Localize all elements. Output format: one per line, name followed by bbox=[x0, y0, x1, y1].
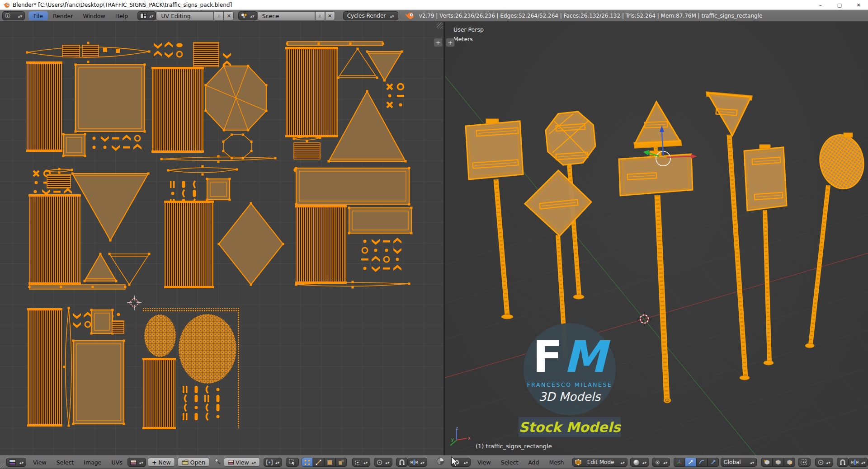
uv-vertex-mode-button[interactable] bbox=[302, 458, 313, 467]
uv-island-mode-button[interactable] bbox=[335, 458, 347, 467]
add-layout-button[interactable]: + bbox=[214, 11, 224, 20]
limit-select-group bbox=[761, 458, 795, 467]
image-icon bbox=[9, 460, 16, 465]
scene-field[interactable]: Scene bbox=[257, 11, 315, 20]
viewport-3d[interactable]: F M FRANCESCO MILANESE 3D Models Stock M… bbox=[445, 22, 868, 455]
close-scene-button[interactable]: ✕ bbox=[325, 11, 335, 20]
translate-manipulator-button[interactable] bbox=[685, 458, 696, 467]
uv-region-expand-tab[interactable]: + bbox=[434, 38, 443, 47]
render-ball-icon[interactable] bbox=[436, 457, 444, 467]
limit-face-button[interactable] bbox=[784, 458, 795, 467]
uv-proportional-select[interactable]: ▲▼ bbox=[374, 458, 392, 467]
screen-layout-icon-button[interactable]: ▲▼ bbox=[137, 11, 156, 20]
blender-window: Blender* [C:\Users\franc\Desktop\TRAFFIC… bbox=[0, 0, 868, 469]
viewport-unit-label: Meters bbox=[453, 36, 473, 42]
maximize-button[interactable]: ▢ bbox=[830, 0, 849, 10]
rotate-manipulator-button[interactable] bbox=[696, 458, 708, 467]
stepper-arrows: ▲▼ bbox=[363, 461, 368, 464]
uv-sync-icon bbox=[289, 459, 296, 465]
pivot-center-select[interactable]: ▲▼ bbox=[652, 458, 670, 467]
limit-vertex-icon bbox=[764, 459, 770, 465]
edge-mode-icon bbox=[316, 460, 321, 465]
close-button[interactable]: ✕ bbox=[849, 0, 868, 10]
view3d-menu-view[interactable]: View bbox=[472, 459, 496, 466]
menu-window[interactable]: Window bbox=[78, 13, 110, 19]
minimize-button[interactable]: – bbox=[811, 0, 830, 10]
title-bar: Blender* [C:\Users\franc\Desktop\TRAFFIC… bbox=[0, 0, 868, 10]
limit-vertex-button[interactable] bbox=[761, 458, 773, 467]
stepper-arrows: ▲▼ bbox=[275, 461, 279, 464]
editor-type-button-info[interactable]: ⓘ ▲▼ bbox=[2, 11, 25, 20]
image-datablock-button[interactable]: ▲▼ bbox=[127, 458, 146, 467]
uv-sync-toggle[interactable] bbox=[286, 458, 299, 467]
stepper-arrows: ▲▼ bbox=[390, 15, 394, 17]
uv-view-select[interactable]: View ▲▼ bbox=[224, 458, 260, 467]
limit-face-icon bbox=[787, 459, 793, 465]
uv-editor-type-button[interactable]: ▲▼ bbox=[6, 458, 26, 467]
close-layout-button[interactable]: ✕ bbox=[224, 11, 234, 20]
occlude-geometry-button[interactable] bbox=[798, 458, 810, 467]
image-new-button[interactable]: + New bbox=[148, 458, 175, 467]
view3d-menu-mesh[interactable]: Mesh bbox=[544, 459, 569, 466]
editmode-icon bbox=[575, 459, 581, 465]
uv-face-mode-button[interactable] bbox=[324, 458, 335, 467]
vertex-mode-icon bbox=[304, 460, 310, 465]
uv-snap-toggle[interactable] bbox=[396, 458, 408, 467]
stepper-arrows: ▲▼ bbox=[642, 461, 646, 464]
view3d-menu-select[interactable]: Select bbox=[496, 459, 524, 466]
scale-manipulator-button[interactable] bbox=[708, 458, 719, 467]
stepper-arrows: ▲▼ bbox=[19, 461, 24, 464]
view3d-menu-add[interactable]: Add bbox=[523, 459, 544, 466]
uv-corner-grip[interactable] bbox=[437, 23, 443, 29]
uv-canvas bbox=[0, 22, 443, 455]
viewport-canvas bbox=[445, 22, 868, 455]
plus-icon: + bbox=[152, 459, 156, 466]
manipulator-toggle-button[interactable] bbox=[674, 458, 685, 467]
uv-menu-image[interactable]: Image bbox=[79, 459, 106, 466]
scene-icon-button[interactable]: ▲▼ bbox=[238, 11, 257, 20]
stepper-arrows: ▲▼ bbox=[250, 15, 254, 17]
proportional-icon bbox=[377, 460, 382, 465]
view3d-snap-element-select[interactable]: ▲▼ bbox=[849, 458, 868, 467]
viewport-shading-select[interactable]: ▲▼ bbox=[630, 458, 649, 467]
transform-orientation-select[interactable]: Global ▲▼ bbox=[721, 458, 757, 467]
pin-icon[interactable] bbox=[214, 458, 221, 467]
uv-image-editor[interactable]: + bbox=[0, 22, 443, 455]
watermark-m: M bbox=[563, 338, 607, 376]
menu-help[interactable]: Help bbox=[110, 13, 133, 19]
watermark-badge: Stock Models bbox=[519, 417, 621, 437]
uv-sticky-select[interactable]: ▲▼ bbox=[352, 458, 370, 467]
uv-edge-mode-button[interactable] bbox=[313, 458, 324, 467]
island-mode-icon bbox=[338, 460, 344, 465]
gizmo-x-label: x bbox=[468, 436, 471, 441]
stepper-arrows: ▲▼ bbox=[149, 15, 153, 17]
uv-selection-mode-group bbox=[302, 458, 347, 467]
pivot-sphere-icon bbox=[655, 460, 660, 465]
shading-icon bbox=[633, 459, 640, 466]
scale-icon bbox=[710, 459, 716, 465]
uv-pivot-select[interactable]: ▲▼ bbox=[264, 458, 282, 467]
view3d-snap-toggle[interactable] bbox=[837, 458, 849, 467]
uv-menu-uvs[interactable]: UVs bbox=[107, 459, 127, 466]
info-header: ⓘ ▲▼ File Render Window Help ▲▼ UV Editi… bbox=[0, 10, 868, 22]
blender-logo bbox=[405, 12, 415, 20]
render-engine-select[interactable]: Cycles Render ▲▼ bbox=[343, 11, 398, 20]
screen-layout-field[interactable]: UV Editing bbox=[156, 11, 214, 20]
blender-logo bbox=[3, 2, 10, 8]
uv-snap-element-select[interactable]: ▲▼ bbox=[408, 458, 427, 467]
viewport-region-expand-tab[interactable]: + bbox=[446, 38, 455, 47]
image-open-button[interactable]: Open bbox=[178, 458, 209, 467]
menu-render[interactable]: Render bbox=[48, 13, 78, 19]
main-area: + F M FRANCESCO MILANESE 3D Models Stock… bbox=[0, 22, 868, 455]
rotate-icon bbox=[699, 459, 705, 465]
corner-grip[interactable] bbox=[0, 463, 5, 469]
view3d-proportional-select[interactable]: ▲▼ bbox=[815, 458, 833, 467]
mode-select[interactable]: Edit Mode ▲▼ bbox=[572, 458, 627, 467]
stepper-arrows: ▲▼ bbox=[18, 15, 22, 17]
watermark-f: F bbox=[533, 338, 562, 376]
menu-file[interactable]: File bbox=[28, 11, 48, 20]
add-scene-button[interactable]: + bbox=[315, 11, 325, 20]
limit-edge-button[interactable] bbox=[773, 458, 784, 467]
uv-menu-view[interactable]: View bbox=[28, 459, 52, 466]
uv-menu-select[interactable]: Select bbox=[52, 459, 79, 466]
